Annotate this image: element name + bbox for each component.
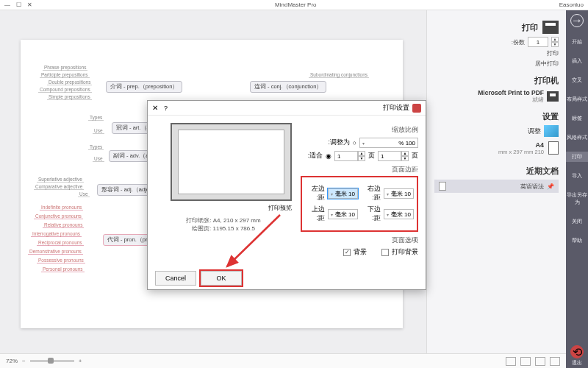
vtab-export[interactable]: 导出另存为	[566, 190, 588, 208]
print-side-panel: 打印 ▲▼ 1 份数: 打印 居中打印 打印机 Microsoft Print …	[426, 10, 566, 353]
vtab-help[interactable]: 帮助	[566, 236, 588, 246]
printer-status: 就绪	[478, 96, 544, 104]
view-mode-1-icon[interactable]	[506, 357, 516, 366]
right-margin-label: 右边距:	[361, 185, 381, 202]
leaf-subord-conj[interactable]: Subordinating conjunctions	[309, 72, 369, 78]
leaf-int-pron[interactable]: Interrogative pronouns	[31, 231, 82, 237]
zoom-out-icon[interactable]: −	[22, 358, 26, 364]
leaf-per-pron[interactable]: Personal pronouns	[41, 266, 85, 272]
left-margin-select[interactable]: 10 毫米▾	[328, 188, 358, 199]
print-bg-label: 打印背景	[392, 248, 418, 257]
paper-name[interactable]: A4	[498, 141, 544, 149]
printer-name[interactable]: Microsoft Print to PDF	[478, 89, 544, 96]
margins-group-title: 页面边距	[301, 166, 418, 174]
copies-label: 份数:	[512, 38, 525, 46]
adjust-icon[interactable]	[544, 125, 559, 137]
vtab-import[interactable]: 导入	[566, 171, 588, 181]
ok-button[interactable]: OK	[201, 271, 242, 286]
leaf-pos-pron[interactable]: Possessive pronouns	[37, 258, 85, 263]
scale-mode-radio[interactable]: ○	[353, 139, 356, 146]
printer-small-icon	[547, 91, 559, 102]
vtab-exit[interactable]: ⟲退出	[566, 344, 588, 368]
copies-spinner[interactable]: ▲▼	[551, 37, 559, 47]
top-margin-select[interactable]: 10 毫米▾	[328, 209, 358, 219]
bg-checkbox[interactable]	[343, 249, 351, 256]
app-title: MindMaster Pro	[32, 1, 559, 8]
leaf-art-types[interactable]: Types	[88, 115, 104, 121]
vtab-tag[interactable]: 标签	[566, 113, 588, 124]
fit-mode-radio[interactable]: ◉	[326, 152, 331, 160]
view-mode-4-icon[interactable]	[550, 357, 560, 366]
right-margin-select[interactable]: 10 毫米▾	[384, 188, 414, 199]
back-arrow-icon[interactable]: →	[570, 13, 584, 28]
leaf-adv-use[interactable]: Use	[93, 156, 104, 162]
vtab-style[interactable]: 风格样式	[566, 132, 588, 143]
vtab-layout[interactable]: 布局样式	[566, 94, 588, 105]
win-min-icon[interactable]: —	[4, 1, 10, 8]
zoom-slider[interactable]	[30, 360, 74, 362]
copies-value[interactable]: 1	[528, 37, 548, 47]
drawing-size-line: 绘图页: 1195.15 x 786.5	[155, 224, 292, 233]
leaf-dem-pron[interactable]: Demonstrative pronouns	[28, 249, 83, 255]
leaf-conj-pron[interactable]: Conjunctive pronouns	[34, 213, 83, 219]
scale-percent-select[interactable]: 100 %▾	[359, 138, 418, 148]
printer-icon[interactable]	[542, 21, 559, 34]
paper-rect-icon	[548, 141, 559, 155]
cancel-button[interactable]: Cancel	[155, 271, 196, 286]
vtab-print[interactable]: 打印	[566, 152, 588, 162]
dialog-preview	[171, 123, 292, 201]
fit-height-spinner[interactable]: ▲▼1	[378, 151, 409, 161]
view-mode-3-icon[interactable]	[535, 357, 545, 366]
recent-section-title: 近期文档	[526, 166, 559, 177]
user-name: Easonluo	[559, 1, 584, 8]
scale-group-title: 缩放比例	[301, 126, 418, 135]
dialog-close-icon[interactable]: ✕	[152, 104, 158, 112]
vtab-insert[interactable]: 插入	[566, 56, 588, 66]
win-close-icon[interactable]: ✕	[27, 1, 32, 8]
print-bg-checkbox[interactable]	[381, 249, 389, 256]
bottom-margin-select[interactable]: 10 毫米▾	[384, 209, 414, 219]
leaf-double-prep[interactable]: Double prepositions	[47, 79, 92, 85]
win-max-icon[interactable]: ☐	[16, 1, 21, 8]
center-print-label[interactable]: 居中打印	[535, 60, 559, 68]
margins-highlight-box: 10 毫米▾ 右边距: 10 毫米▾ 左边距: 10 毫米▾ 下边距: 10 毫…	[301, 176, 418, 232]
zoom-in-icon[interactable]: +	[79, 358, 82, 364]
doc-icon	[439, 182, 446, 191]
leaf-adj-use[interactable]: Use	[78, 191, 90, 197]
leaf-indef-pron[interactable]: Indefinite pronouns	[40, 205, 83, 210]
leaf-art-use[interactable]: Use	[93, 128, 104, 134]
fit-mode-label: 适合:	[293, 152, 323, 160]
scale-mode-label: 调整为:	[320, 138, 350, 147]
vtab-cross[interactable]: 交叉	[566, 75, 588, 85]
leaf-rel-pron[interactable]: Relative pronouns	[43, 222, 84, 228]
view-mode-2-icon[interactable]	[520, 357, 531, 366]
vtab-close[interactable]: 关闭	[566, 216, 588, 227]
printer-section-title: 打印机	[534, 75, 559, 86]
settings-section-title: 设置	[542, 111, 559, 122]
recent-doc-name: 英语语法	[520, 183, 544, 191]
node-conjunction[interactable]: 连词 - conj.（conjunction）	[250, 81, 326, 93]
leaf-phrase-prep[interactable]: Phrase prepositions	[43, 65, 87, 71]
leaf-rec-pron[interactable]: Reciprocal pronouns	[37, 240, 84, 246]
top-margin-label: 上边距:	[305, 205, 325, 223]
leaf-participle-prep[interactable]: Participle prepositions	[40, 72, 90, 78]
print-action-label: 打印	[547, 49, 559, 57]
paper-dims: 210 mm x 297 mm	[498, 149, 544, 155]
node-preposition[interactable]: 介词 - prep.（preposition）	[106, 81, 182, 93]
dialog-title: 打印设置	[383, 103, 409, 113]
leaf-comparative[interactable]: Comparative adjective	[34, 184, 84, 190]
leaf-adv-types[interactable]: Types	[88, 144, 104, 150]
left-margin-label: 左边距:	[305, 185, 325, 202]
print-heading: 打印	[522, 22, 538, 33]
leaf-superlative[interactable]: Superlative adjective	[37, 177, 84, 183]
vtab-start[interactable]: 开始	[566, 37, 588, 47]
recent-doc-item[interactable]: 📌 英语语法	[434, 180, 559, 193]
paper-size-line: 打印纸张: A4, 210 x 297 mm	[155, 216, 292, 224]
dialog-help-icon[interactable]: ?	[164, 105, 168, 112]
zoom-value: 72%	[6, 358, 18, 364]
fit-width-spinner[interactable]: ▲▼1	[334, 151, 365, 161]
pin-icon[interactable]: 📌	[547, 183, 554, 190]
leaf-compound-prep[interactable]: Compound prepositions	[38, 87, 92, 93]
leaf-simple-prep[interactable]: Simple prepositions	[47, 94, 92, 100]
adjust-label: 调整	[528, 127, 541, 136]
